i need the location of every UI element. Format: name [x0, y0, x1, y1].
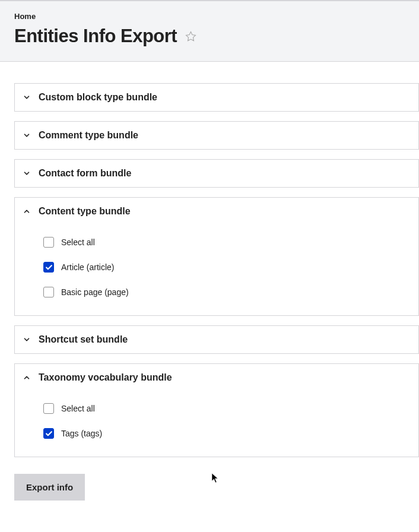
svg-marker-0	[186, 31, 196, 40]
chevron-down-icon	[22, 335, 31, 344]
bundle-taxonomy-vocabulary: Taxonomy vocabulary bundle Select all Ta…	[14, 363, 419, 457]
chevron-down-icon	[22, 93, 31, 102]
chevron-down-icon	[22, 131, 31, 140]
page-title: Entities Info Export	[14, 26, 177, 47]
bundle-body-content-type: Select all Article (article) Basic page …	[15, 225, 418, 315]
checkbox-select-all[interactable]	[43, 237, 54, 248]
bundle-comment-type: Comment type bundle	[14, 121, 419, 150]
bundle-contact-form: Contact form bundle	[14, 159, 419, 188]
option-label: Tags (tags)	[61, 429, 102, 438]
bundle-shortcut-set: Shortcut set bundle	[14, 325, 419, 354]
bundle-header-comment-type[interactable]: Comment type bundle	[15, 122, 418, 149]
option-label: Select all	[61, 238, 95, 247]
checkbox-select-all-taxonomy[interactable]	[43, 403, 54, 414]
bundle-content-type: Content type bundle Select all Article (…	[14, 197, 419, 316]
title-row: Entities Info Export	[14, 26, 405, 47]
content-area: Custom block type bundle Comment type bu…	[0, 62, 419, 515]
bundle-header-custom-block-type[interactable]: Custom block type bundle	[15, 84, 418, 111]
bundle-header-shortcut-set[interactable]: Shortcut set bundle	[15, 326, 418, 353]
option-article: Article (article)	[43, 255, 411, 280]
bundle-custom-block-type: Custom block type bundle	[14, 83, 419, 112]
option-label: Article (article)	[61, 262, 114, 272]
checkbox-basic-page[interactable]	[43, 287, 54, 297]
option-select-all: Select all	[43, 230, 411, 255]
bundle-title: Contact form bundle	[39, 168, 131, 179]
bundle-header-content-type[interactable]: Content type bundle	[15, 198, 418, 225]
actions-row: Export info	[14, 467, 419, 501]
chevron-up-icon	[22, 373, 31, 382]
bundle-body-taxonomy: Select all Tags (tags)	[15, 391, 418, 457]
page-header: Home Entities Info Export	[0, 0, 419, 62]
bundle-title: Content type bundle	[39, 206, 131, 217]
option-select-all-taxonomy: Select all	[43, 396, 411, 421]
bundle-title: Comment type bundle	[39, 130, 138, 141]
option-label: Basic page (page)	[61, 287, 129, 297]
chevron-down-icon	[22, 169, 31, 178]
checkbox-article[interactable]	[43, 262, 54, 273]
option-label: Select all	[61, 404, 95, 413]
star-icon[interactable]	[185, 31, 196, 42]
export-info-button[interactable]: Export info	[14, 474, 85, 501]
option-basic-page: Basic page (page)	[43, 280, 411, 305]
breadcrumb-home[interactable]: Home	[14, 12, 36, 21]
checkbox-tags[interactable]	[43, 428, 54, 439]
bundle-title: Shortcut set bundle	[39, 334, 128, 345]
bundle-header-taxonomy-vocabulary[interactable]: Taxonomy vocabulary bundle	[15, 364, 418, 391]
breadcrumb: Home	[14, 12, 405, 21]
option-tags: Tags (tags)	[43, 421, 411, 446]
bundle-title: Taxonomy vocabulary bundle	[39, 372, 172, 383]
chevron-up-icon	[22, 207, 31, 216]
bundle-header-contact-form[interactable]: Contact form bundle	[15, 160, 418, 187]
bundle-title: Custom block type bundle	[39, 92, 157, 103]
